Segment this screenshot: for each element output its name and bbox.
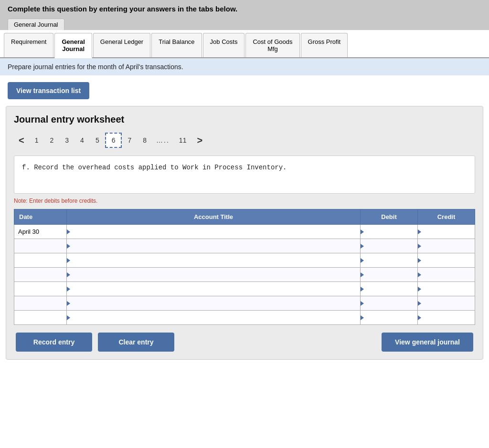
date-cell-3 [14,268,67,282]
date-cell-0: April 30 [14,225,67,239]
debit-cell-5[interactable] [361,296,418,311]
credit-indicator-icon [418,244,421,249]
tab-trial-balance[interactable]: Trial Balance [151,33,202,57]
account-input-6[interactable] [72,311,360,324]
page-5[interactable]: 5 [90,134,105,147]
clear-entry-button[interactable]: Clear entry [98,333,174,352]
row-indicator-icon [67,229,70,234]
credit-cell-0[interactable] [418,225,475,239]
credit-input-1[interactable] [423,239,475,253]
debit-indicator-icon [361,229,364,234]
note-text: Note: Enter debits before credits. [14,198,475,204]
credit-cell-3[interactable] [418,268,475,282]
record-entry-button[interactable]: Record entry [16,333,92,352]
col-credit: Credit [418,209,475,225]
table-row [14,296,475,311]
tab-job-costs[interactable]: Job Costs [203,33,245,57]
date-cell-1 [14,239,67,253]
next-page-button[interactable]: > [192,133,207,148]
page-2[interactable]: 2 [44,134,59,147]
account-input-5[interactable] [72,296,360,310]
col-account-title: Account Title [67,209,361,225]
table-row [14,282,475,296]
credit-cell-4[interactable] [418,282,475,296]
debit-cell-6[interactable] [361,311,418,325]
account-input-3[interactable] [72,268,360,281]
journal-table: Date Account Title Debit Credit April 30 [14,209,475,325]
debit-cell-3[interactable] [361,268,418,282]
col-date: Date [14,209,67,225]
debit-indicator-icon [361,258,364,263]
tab-gross-profit[interactable]: Gross Profit [301,33,348,57]
account-cell-3[interactable] [67,268,361,282]
tab-general-ledger[interactable]: General Ledger [93,33,150,57]
instruction-text: Prepare journal entries for the month of… [8,63,183,71]
debit-input-3[interactable] [365,268,417,281]
row-indicator-icon [67,301,70,306]
account-input-2[interactable] [72,253,360,267]
debit-cell-0[interactable] [361,225,418,239]
worksheet-container: Journal entry worksheet < 1 2 3 4 5 6 7 … [6,106,483,360]
table-row [14,311,475,325]
tab-general-journal[interactable]: GeneralJournal [54,33,92,58]
worksheet-title: Journal entry worksheet [14,114,475,125]
credit-indicator-icon [418,258,421,263]
account-input-0[interactable] [72,225,360,239]
credit-cell-6[interactable] [418,311,475,325]
account-cell-1[interactable] [67,239,361,253]
row-indicator-icon [67,315,70,320]
debit-input-6[interactable] [365,311,417,324]
date-cell-2 [14,253,67,268]
credit-input-3[interactable] [423,268,475,281]
account-cell-2[interactable] [67,253,361,268]
debit-cell-1[interactable] [361,239,418,253]
prev-page-button[interactable]: < [14,133,29,148]
account-cell-4[interactable] [67,282,361,296]
row-indicator-icon [67,272,70,277]
debit-input-4[interactable] [365,282,417,296]
page-6[interactable]: 6 [105,133,122,148]
tab-requirement[interactable]: Requirement [4,33,53,57]
credit-input-0[interactable] [423,225,475,239]
credit-input-6[interactable] [423,311,475,324]
credit-cell-1[interactable] [418,239,475,253]
page-4[interactable]: 4 [74,134,90,147]
debit-indicator-icon [361,301,364,306]
page-7[interactable]: 7 [122,134,137,147]
page-8[interactable]: 8 [137,134,152,147]
table-row [14,239,475,253]
debit-indicator-icon [361,244,364,249]
tab-cost-of-goods-mfg[interactable]: Cost of GoodsMfg [245,33,299,57]
row-indicator-icon [67,287,70,292]
table-row: April 30 [14,225,475,239]
debit-input-5[interactable] [365,296,417,310]
credit-indicator-icon [418,301,421,306]
date-cell-4 [14,282,67,296]
view-transaction-button[interactable]: View transaction list [8,82,89,99]
account-input-1[interactable] [72,239,360,253]
debit-cell-4[interactable] [361,282,418,296]
credit-input-4[interactable] [423,282,475,296]
credit-input-5[interactable] [423,296,475,310]
general-journal-floating-tab: General Journal [8,19,64,30]
account-cell-6[interactable] [67,311,361,325]
page-3[interactable]: 3 [59,134,74,147]
pagination: < 1 2 3 4 5 6 7 8 ….. 11 > [14,133,475,148]
debit-input-2[interactable] [365,253,417,267]
view-general-journal-button[interactable]: View general journal [382,333,473,352]
page-11[interactable]: 11 [173,134,192,147]
page-dots: ….. [152,134,173,147]
account-cell-0[interactable] [67,225,361,239]
row-indicator-icon [67,258,70,263]
page-1[interactable]: 1 [29,134,44,147]
credit-input-2[interactable] [423,253,475,267]
debit-indicator-icon [361,315,364,320]
credit-cell-2[interactable] [418,253,475,268]
table-row [14,268,475,282]
debit-cell-2[interactable] [361,253,418,268]
debit-input-0[interactable] [365,225,417,239]
debit-input-1[interactable] [365,239,417,253]
account-input-4[interactable] [72,282,360,296]
account-cell-5[interactable] [67,296,361,311]
credit-cell-5[interactable] [418,296,475,311]
